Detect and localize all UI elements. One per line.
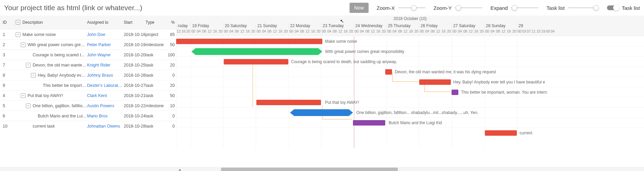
- day-header: 20 Saturday: [223, 22, 256, 29]
- header-type: Type: [146, 20, 165, 25]
- hour-tick: 00: [452, 29, 457, 36]
- hour-tick: 16: [441, 29, 446, 36]
- cell-id: 10: [0, 124, 14, 129]
- zoom-x-slider[interactable]: [398, 7, 425, 8]
- gantt-bar[interactable]: [452, 90, 458, 95]
- chart-row: Put that toy AWAY!: [176, 97, 644, 107]
- zoom-y-label: Zoom-Y: [434, 5, 452, 11]
- cell-percent: 10: [165, 103, 176, 108]
- expand-slider[interactable]: [511, 7, 538, 8]
- table-row[interactable]: 2−With great power comes great r...Peter…: [0, 39, 176, 50]
- cell-start: 2018-10-22: [124, 103, 146, 108]
- bar-label: Devon, the old man wanted me, it was his…: [395, 70, 496, 74]
- hour-tick: 12: [272, 29, 277, 36]
- table-row[interactable]: 3Courage is being scared to dea...John W…: [0, 50, 176, 60]
- cell-description: Hey, Baby! Anybody ever tell y...: [38, 73, 87, 78]
- gantt-bar[interactable]: [485, 130, 517, 136]
- cell-description: Put that toy AWAY!: [28, 93, 87, 98]
- zoom-y-control: Zoom-Y: [434, 5, 482, 11]
- cell-assignee-link[interactable]: Austin Powers: [87, 103, 124, 108]
- gantt-bar[interactable]: [353, 120, 385, 126]
- scroll-thumb[interactable]: [221, 168, 398, 171]
- hour-tick: 00: [517, 29, 522, 36]
- gantt-bar[interactable]: [419, 79, 451, 85]
- row-expander-icon[interactable]: −: [16, 32, 20, 37]
- cell-percent: 20: [165, 83, 176, 88]
- horizontal-scrollbar[interactable]: ◄: [0, 167, 644, 171]
- hour-tick: 08: [495, 29, 501, 36]
- chart-row: current: [176, 128, 644, 138]
- cell-assignee-link[interactable]: Peter Parker: [87, 42, 124, 47]
- hour-tick: 12: [370, 29, 375, 36]
- cell-percent: 0: [165, 114, 176, 118]
- hour-tick: 20: [413, 29, 419, 36]
- cell-start: 2018-10-20: [124, 53, 146, 57]
- cell-percent: 50: [165, 93, 176, 98]
- zoom-y-slider[interactable]: [455, 7, 482, 8]
- cell-assignee-link[interactable]: Dexter's Laboratory: [87, 83, 124, 88]
- cell-type: task: [146, 63, 165, 68]
- hour-tick: 00: [190, 29, 196, 36]
- table-row[interactable]: 6Butch Mario and the Luigi KidMario Bros…: [0, 111, 176, 121]
- bar-label: With great power comes great responsibil…: [325, 49, 404, 54]
- cell-start: 2018-10-27: [124, 83, 146, 88]
- table-row[interactable]: 10current taskJohnattan Owens2018-10-28t…: [0, 121, 176, 131]
- hour-tick: 08: [430, 29, 435, 36]
- task-list-toggle-label: Task list: [622, 5, 640, 11]
- hour-tick: 16: [245, 29, 250, 36]
- day-header: 22 Monday: [288, 22, 321, 29]
- chart-body[interactable]: Make some noiseWith great power comes gr…: [176, 36, 644, 148]
- hour-tick: 20: [479, 29, 484, 36]
- gantt-bar[interactable]: [176, 39, 322, 44]
- task-list-slider[interactable]: [568, 7, 599, 8]
- chart-row: Hey, Baby! Anybody ever tell you I have …: [176, 77, 644, 87]
- cell-assignee-link[interactable]: Knight Rider: [87, 63, 124, 68]
- cell-id: 1: [0, 32, 14, 37]
- gantt-bar[interactable]: [224, 59, 288, 64]
- cell-description: Courage is being scared to dea...: [33, 53, 87, 57]
- row-expander-icon[interactable]: −: [31, 73, 36, 78]
- gantt-bar[interactable]: [290, 109, 353, 116]
- task-list-toggle[interactable]: [607, 5, 618, 10]
- gantt-bar[interactable]: [385, 69, 392, 75]
- table-row[interactable]: 8−Hey, Baby! Anybody ever tell y...Johhn…: [0, 70, 176, 80]
- cell-assignee-link[interactable]: John Wayne: [87, 53, 124, 57]
- cell-assignee-link[interactable]: John Doe: [87, 32, 124, 37]
- cell-description: Make some noise: [22, 32, 87, 37]
- cell-assignee-link[interactable]: Clark Kent: [87, 93, 124, 98]
- collapse-all-icon[interactable]: −: [16, 20, 20, 25]
- row-expander-icon[interactable]: −: [21, 42, 26, 47]
- hour-tick: 16: [277, 29, 283, 36]
- cell-description: Butch Mario and the Luigi Kid: [38, 114, 87, 118]
- hour-tick: 04: [392, 29, 397, 36]
- cell-assignee-link[interactable]: Johhny Bravo: [87, 73, 124, 78]
- hour-tick: 08: [397, 29, 403, 36]
- hour-tick: 04: [196, 29, 201, 36]
- table-row[interactable]: 4−Put that toy AWAY!Clark Kent2018-10-21…: [0, 90, 176, 100]
- row-expander-icon[interactable]: −: [26, 103, 31, 108]
- table-row[interactable]: 7−Devon, the old man wanted me...Knight …: [0, 60, 176, 70]
- cell-id: 3: [0, 53, 14, 57]
- gantt-bar[interactable]: [191, 48, 322, 55]
- table-row[interactable]: 5−One billion, gajillion, fafillion... s…: [0, 100, 176, 111]
- chart-row: Courage is being scared to death, but sa…: [176, 56, 644, 66]
- chart-row: One billion, gajillion, fafillion... sha…: [176, 107, 644, 117]
- cell-percent: 0: [165, 124, 176, 129]
- task-list-toggle-control: Task list: [607, 5, 640, 11]
- table-row[interactable]: 1−Make some noiseJohn Doe2018-10-18proje…: [0, 29, 176, 39]
- table-row[interactable]: 9This better be important, woma...Dexter…: [0, 80, 176, 90]
- cell-assignee-link[interactable]: Mario Bros: [87, 114, 124, 118]
- gantt-bar[interactable]: [256, 100, 321, 105]
- hour-tick: 08: [201, 29, 207, 36]
- cell-description: With great power comes great r...: [28, 42, 87, 47]
- hour-tick: 16: [408, 29, 413, 36]
- row-expander-icon[interactable]: −: [26, 63, 31, 68]
- cell-id: 8: [0, 73, 14, 78]
- hour-tick: 04: [294, 29, 299, 36]
- day-header: 28 Sunday: [484, 22, 517, 29]
- project-title[interactable]: Your project title as html (link or what…: [4, 4, 142, 12]
- cell-assignee-link[interactable]: Johnattan Owens: [87, 124, 124, 129]
- row-expander-icon[interactable]: −: [21, 93, 26, 98]
- timeline-header: 2018 October (10) rsday19 Friday20 Satur…: [176, 16, 644, 36]
- now-button[interactable]: Now: [350, 3, 369, 13]
